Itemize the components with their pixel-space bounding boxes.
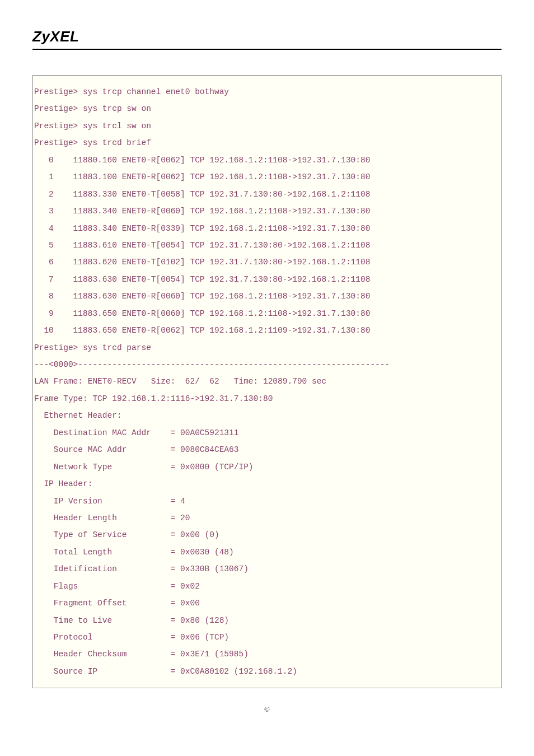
- terminal-line: Flags = 0x02: [33, 578, 501, 595]
- terminal-line: 1 11883.100 ENET0-R[0062] TCP 192.168.1.…: [33, 169, 501, 185]
- document-page: ZyXEL Prestige> sys trcp channel enet0 b…: [0, 0, 534, 731]
- terminal-line: Fragment Offset = 0x00: [33, 595, 501, 612]
- terminal-line: Prestige> sys trcd parse: [33, 339, 501, 356]
- terminal-line: Type of Service = 0x00 (0): [33, 526, 501, 543]
- terminal-line: IP Version = 4: [33, 493, 501, 510]
- terminal-line: 7 11883.630 ENET0-T[0054] TCP 192.31.7.1…: [33, 271, 501, 288]
- terminal-line: Header Length = 20: [33, 510, 501, 526]
- terminal-line: Header Checksum = 0x3E71 (15985): [33, 646, 501, 662]
- terminal-line: 4 11883.340 ENET0-R[0339] TCP 192.168.1.…: [33, 220, 501, 237]
- terminal-line: Prestige> sys trcp channel enet0 bothway: [33, 83, 501, 100]
- terminal-line: IP Header:: [33, 475, 501, 492]
- terminal-line: Idetification = 0x330B (13067): [33, 561, 501, 577]
- terminal-line: Prestige> sys trcl sw on: [33, 118, 501, 134]
- terminal-line: 2 11883.330 ENET0-T[0058] TCP 192.31.7.1…: [33, 186, 501, 203]
- terminal-line: Total Length = 0x0030 (48): [33, 544, 501, 561]
- terminal-line: LAN Frame: ENET0-RECV Size: 62/ 62 Time:…: [33, 373, 501, 390]
- terminal-line: 5 11883.610 ENET0-T[0054] TCP 192.31.7.1…: [33, 237, 501, 254]
- terminal-line: Prestige> sys trcp sw on: [33, 100, 501, 117]
- terminal-line: 10 11883.650 ENET0-R[0062] TCP 192.168.1…: [33, 322, 501, 339]
- terminal-line: Time to Live = 0x80 (128): [33, 612, 501, 629]
- terminal-line: Network Type = 0x0800 (TCP/IP): [33, 459, 501, 475]
- terminal-line: Source MAC Addr = 0080C84CEA63: [33, 441, 501, 458]
- terminal-line: 8 11883.630 ENET0-R[0060] TCP 192.168.1.…: [33, 288, 501, 305]
- terminal-line: 6 11883.620 ENET0-T[0102] TCP 192.31.7.1…: [33, 254, 501, 270]
- terminal-line: ---<0000>-------------------------------…: [33, 356, 501, 373]
- terminal-line: Source IP = 0xC0A80102 (192.168.1.2): [33, 663, 501, 680]
- brand-header: ZyXEL: [32, 28, 502, 50]
- terminal-line: 0 11880.160 ENET0-R[0062] TCP 192.168.1.…: [33, 152, 501, 169]
- terminal-line: Destination MAC Addr = 00A0C5921311: [33, 424, 501, 441]
- terminal-line: 9 11883.650 ENET0-R[0060] TCP 192.168.1.…: [33, 305, 501, 322]
- terminal-output: Prestige> sys trcp channel enet0 bothway…: [32, 75, 502, 688]
- terminal-line: Frame Type: TCP 192.168.1.2:1116->192.31…: [33, 390, 501, 407]
- terminal-line: Prestige> sys trcd brief: [33, 134, 501, 151]
- page-footer: ©: [32, 688, 502, 714]
- terminal-line: 3 11883.340 ENET0-R[0060] TCP 192.168.1.…: [33, 203, 501, 220]
- terminal-line: Ethernet Header:: [33, 407, 501, 424]
- terminal-line: Protocol = 0x06 (TCP): [33, 629, 501, 646]
